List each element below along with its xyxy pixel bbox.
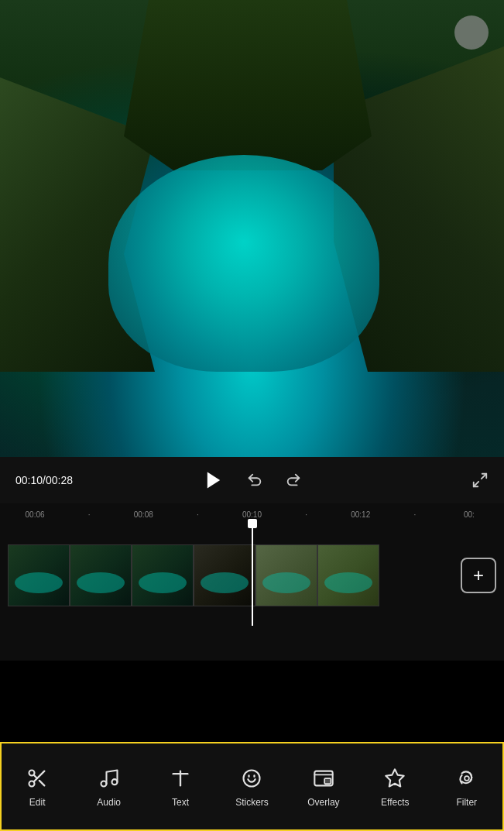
controls-bar: 00:10/00:28 <box>0 457 504 503</box>
svg-rect-16 <box>324 778 331 784</box>
fullscreen-icon <box>471 472 489 489</box>
toolbar-item-audio[interactable]: Audio <box>73 762 144 812</box>
svg-line-2 <box>474 482 478 486</box>
ruler-tick-dot-4: · <box>388 510 442 519</box>
filter-label: Filter <box>456 797 477 808</box>
ruler-tick-3: 00:10 <box>225 510 279 519</box>
ruler-tick-dot-3: · <box>279 510 334 519</box>
filter-icon <box>454 766 479 791</box>
ruler-tick-1: 00:06 <box>8 510 62 519</box>
redo-icon <box>285 472 302 489</box>
toolbar-item-effects[interactable]: Effects <box>359 762 430 812</box>
ruler-marks: 00:06 · 00:08 · 00:10 · 00:12 · 00: <box>8 510 496 519</box>
ruler-tick-4: 00:12 <box>334 510 388 519</box>
svg-point-8 <box>101 781 106 786</box>
undo-button[interactable] <box>246 472 263 489</box>
toolbar-item-overlay[interactable]: Overlay <box>288 762 359 812</box>
text-icon <box>168 766 193 791</box>
effects-label: Effects <box>381 797 409 808</box>
track-frame-4 <box>194 544 255 606</box>
track-frame-5 <box>255 544 317 606</box>
overlay-label: Overlay <box>307 797 339 808</box>
overlay-icon <box>311 766 336 791</box>
toolbar-item-stickers[interactable]: Stickers <box>216 762 287 812</box>
playhead-head <box>248 519 257 528</box>
svg-marker-18 <box>386 769 404 786</box>
scissors-icon <box>25 766 50 791</box>
svg-line-7 <box>34 774 38 778</box>
playback-controls <box>134 469 371 491</box>
track-frame-6 <box>317 544 379 606</box>
ruler-tick-5: 00: <box>442 510 496 519</box>
svg-line-6 <box>39 780 44 785</box>
ruler-tick-dot-2: · <box>170 510 225 519</box>
circle-button[interactable] <box>454 15 489 50</box>
video-track[interactable] <box>8 544 461 606</box>
edit-label: Edit <box>29 797 46 808</box>
water-area <box>108 155 379 372</box>
svg-marker-0 <box>207 472 219 489</box>
toolbar-item-filter[interactable]: Filter <box>431 762 502 812</box>
time-display: 00:10/00:28 <box>15 474 134 486</box>
audio-label: Audio <box>97 797 121 808</box>
spacer <box>0 626 504 661</box>
undo-icon <box>246 472 263 489</box>
text-label: Text <box>172 797 189 808</box>
track-frame-1 <box>8 544 70 606</box>
fullscreen-button[interactable] <box>471 472 489 489</box>
toolbar-item-text[interactable]: Text <box>145 762 216 812</box>
redo-button[interactable] <box>285 472 302 489</box>
play-button[interactable] <box>203 469 225 491</box>
bottom-toolbar: Edit Audio Text <box>0 742 504 831</box>
ruler-tick-2: 00:08 <box>116 510 170 519</box>
svg-point-12 <box>244 770 260 786</box>
sticker-icon <box>239 766 264 791</box>
stickers-label: Stickers <box>235 797 269 808</box>
track-frame-2 <box>70 544 132 606</box>
play-icon <box>203 469 225 491</box>
svg-point-19 <box>465 776 469 781</box>
add-clip-button[interactable]: + <box>461 558 496 593</box>
video-background <box>0 0 504 457</box>
ruler-tick-dot-1: · <box>62 510 116 519</box>
music-note-icon <box>97 766 122 791</box>
fullscreen-wrapper <box>370 472 489 489</box>
timeline-area: + <box>0 525 504 626</box>
effects-icon <box>382 766 407 791</box>
playhead <box>252 525 253 626</box>
track-frame-3 <box>132 544 194 606</box>
video-preview <box>0 0 504 457</box>
toolbar-item-edit[interactable]: Edit <box>2 762 73 812</box>
svg-line-1 <box>482 474 486 479</box>
island-top <box>124 0 372 170</box>
